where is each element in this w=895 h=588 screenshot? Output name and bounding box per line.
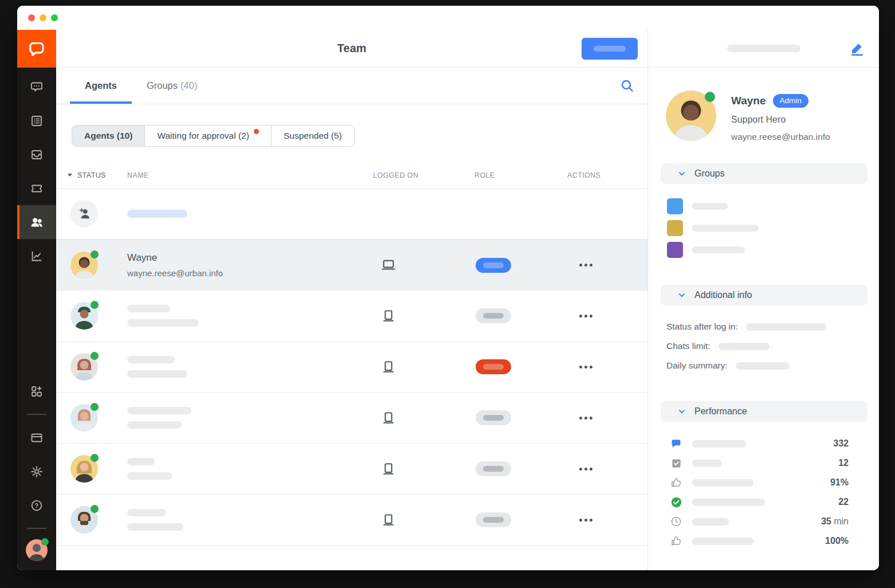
role-skeleton: [483, 262, 504, 268]
sidebar-item-reports[interactable]: [17, 239, 56, 273]
titlebar: [17, 6, 879, 30]
group-color-swatch: [667, 220, 683, 236]
online-status-dot: [91, 301, 99, 309]
edit-agent-button[interactable]: [849, 41, 865, 57]
section-header-groups[interactable]: Groups: [661, 163, 867, 184]
name-skeleton: [127, 356, 175, 363]
role-badge: [476, 512, 511, 527]
search-button[interactable]: [619, 78, 635, 94]
agent-row[interactable]: [56, 495, 647, 546]
tab-groups[interactable]: Groups (40): [132, 68, 212, 104]
metric-value: 332: [833, 438, 849, 449]
pencil-edit-icon: [849, 41, 865, 57]
people-icon: [29, 215, 44, 230]
metric-label-skeleton: [692, 518, 729, 526]
info-value-skeleton: [736, 362, 790, 370]
name-skeleton: [127, 458, 155, 465]
metric-label-skeleton: [692, 440, 746, 448]
metric-label-skeleton: [692, 460, 722, 467]
zoom-window-button[interactable]: [51, 14, 58, 21]
sidebar-divider: [27, 414, 46, 415]
avatar: [666, 91, 716, 141]
email-skeleton: [127, 523, 183, 531]
checkbox-icon: [670, 458, 682, 469]
role-badge: [476, 410, 511, 425]
sidebar-item-settings[interactable]: [17, 454, 56, 488]
filter-suspended[interactable]: Suspended (5): [272, 126, 354, 146]
row-actions-button[interactable]: [578, 260, 594, 270]
column-header-role: Role: [474, 171, 567, 179]
avatar: [70, 353, 98, 381]
tab-agents[interactable]: Agents: [70, 68, 132, 104]
metric-value: 22: [838, 497, 849, 507]
svg-text:?: ?: [35, 502, 38, 509]
sort-descending-icon: [68, 174, 72, 177]
sidebar-item-archives[interactable]: [17, 138, 56, 171]
filter-waiting-for-approval[interactable]: Waiting for approval (2): [145, 126, 272, 146]
livechat-logo: [17, 30, 56, 68]
avatar: [70, 252, 98, 279]
info-row: Status after log in:: [666, 320, 879, 333]
filter-agents[interactable]: Agents (10): [72, 126, 145, 146]
my-profile-avatar[interactable]: [26, 539, 48, 561]
online-status-dot: [91, 403, 99, 411]
row-actions-button[interactable]: [578, 515, 594, 525]
group-name-skeleton: [692, 203, 728, 210]
sidebar-item-billing[interactable]: [17, 421, 56, 454]
agent-row[interactable]: [56, 393, 647, 444]
row-actions-button[interactable]: [578, 311, 594, 321]
close-window-button[interactable]: [28, 14, 35, 21]
add-agent-row[interactable]: [56, 189, 647, 240]
admin-badge: Admin: [773, 94, 808, 108]
email-skeleton: [127, 319, 199, 327]
profile-email: wayne.reese@urban.info: [731, 132, 830, 142]
agent-row[interactable]: [56, 444, 647, 495]
metric-value: 35 min: [821, 516, 849, 527]
chat-bubble-logo-icon: [27, 39, 46, 58]
info-label: Chats limit:: [666, 341, 710, 351]
sidebar-item-apps[interactable]: [17, 374, 56, 408]
name-skeleton: [127, 509, 166, 516]
group-list: [667, 198, 879, 264]
online-status-dot: [91, 454, 99, 462]
minimize-window-button[interactable]: [40, 14, 46, 21]
agent-row[interactable]: [56, 291, 647, 342]
sidebar-item-ticket[interactable]: [17, 171, 56, 205]
main-content: Team Agents Groups (40): [56, 30, 647, 570]
chat-bubble-icon: [670, 438, 682, 449]
info-row: Chats limit:: [666, 340, 879, 352]
table-header: Status Name Logged on Role Actions: [56, 162, 647, 189]
invite-agents-button[interactable]: [582, 38, 638, 60]
row-actions-button[interactable]: [578, 464, 594, 474]
group-item: [667, 198, 879, 214]
profile-name: Wayne: [731, 95, 766, 107]
group-item: [667, 242, 879, 258]
sidebar-item-help[interactable]: ?: [17, 488, 56, 522]
chevron-down-icon: [677, 168, 687, 179]
row-actions-button[interactable]: [578, 362, 594, 372]
tablet-icon: [380, 359, 474, 375]
chat-bubble-icon: [30, 80, 44, 94]
credit-card-icon: [30, 431, 44, 445]
sidebar-item-team[interactable]: [17, 205, 56, 239]
email-skeleton: [127, 472, 172, 480]
name-skeleton: [127, 407, 191, 414]
agent-filter-group: Agents (10) Waiting for approval (2) Sus…: [72, 125, 355, 147]
column-header-status[interactable]: Status: [56, 171, 127, 179]
row-actions-button[interactable]: [578, 413, 594, 423]
agent-row-wayne[interactable]: Wayne wayne.reese@urban.info: [56, 240, 647, 291]
agent-detail-panel: Wayne Admin Support Hero wayne.reese@urb…: [647, 30, 879, 570]
tabs-bar: Agents Groups (40): [56, 68, 647, 104]
performance-row: 100%: [670, 532, 849, 550]
agent-row[interactable]: [56, 342, 647, 393]
ticket-icon: [30, 182, 44, 195]
metric-label-skeleton: [692, 538, 753, 545]
section-header-performance[interactable]: Performance: [661, 401, 867, 422]
sidebar-item-chats[interactable]: [17, 70, 56, 104]
section-header-additional-info[interactable]: Additional info: [661, 285, 867, 305]
metric-unit: min: [834, 516, 849, 526]
info-label: Daily summary:: [666, 360, 728, 371]
performance-row: 332: [670, 435, 849, 452]
sidebar-item-tickets[interactable]: [17, 104, 56, 138]
column-header-actions: Actions: [567, 171, 647, 179]
